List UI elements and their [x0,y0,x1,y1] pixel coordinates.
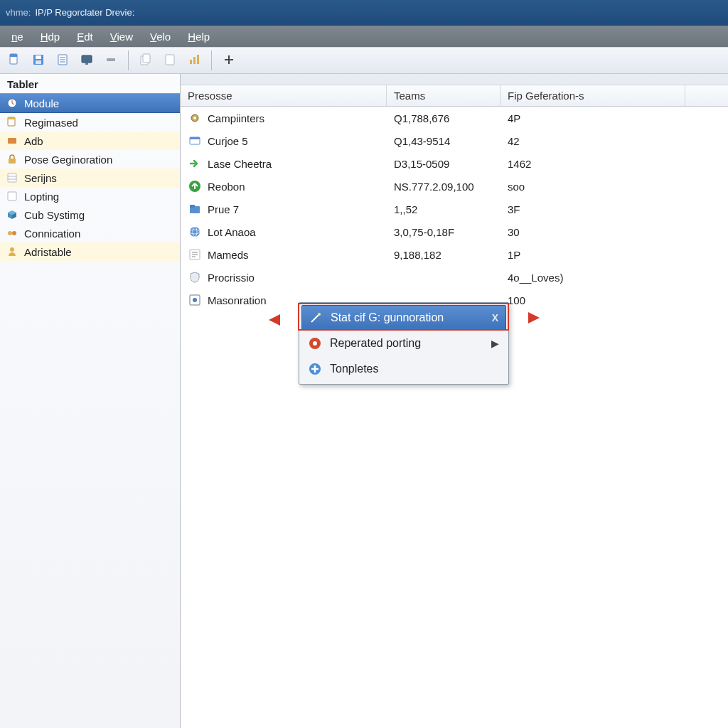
globe-icon [188,225,202,239]
menu-edt[interactable]: Edt [70,29,100,44]
cell-fip: 4o__Loves) [500,272,685,284]
red-circle-icon [307,336,323,351]
cell-presosse: Reobon [208,181,245,193]
sidebar-item-label: Lopting [24,191,59,203]
menu-velo[interactable]: Velo [143,29,178,44]
menu-view[interactable]: View [103,29,140,44]
sidebar-title: Tabler [0,74,180,93]
sidebar-item-pose-geginoration[interactable]: Pose Geginoration [0,150,180,168]
submenu-arrow-icon: ▶ [491,338,499,349]
sidebar-item-module[interactable]: Module [0,93,180,113]
toolbar-separator-2 [211,50,212,70]
sidebar-item-cub-systimg[interactable]: Cub Systimg [0,205,180,224]
cube-icon [6,208,18,221]
tool-page[interactable] [53,50,73,70]
context-item-stat-cif-g[interactable]: Stat cif G: gunnoration X [301,305,506,331]
cell-teams: Q1,43-9514 [387,135,500,147]
cell-fip: 100 [500,294,685,306]
svg-rect-16 [193,57,196,64]
svg-rect-15 [190,60,192,64]
frame-icon [188,293,202,307]
cell-presosse: Curjoe 5 [208,135,248,147]
svg-point-35 [193,117,196,119]
gear-icon [188,111,202,125]
title-prefix: vhme: [6,7,31,18]
table-row[interactable]: Campiinters Q1,788,676 4P [181,107,728,129]
cell-teams: NS.777.2.09,100 [387,181,500,193]
svg-rect-1 [10,54,17,57]
sidebar-item-connication[interactable]: Connication [0,224,180,242]
cell-fip: 3F [500,203,685,215]
menu-help[interactable]: Help [181,29,217,44]
svg-rect-25 [8,138,16,144]
svg-rect-3 [36,55,41,59]
close-icon[interactable]: X [492,312,498,323]
text-icon [188,247,202,262]
folder-icon [188,202,202,216]
sidebar-item-regimased[interactable]: Regimased [0,113,180,132]
tool-page2[interactable] [160,50,180,70]
sheet2-icon [6,190,18,203]
sidebar-item-lopting[interactable]: Lopting [0,187,180,205]
sidebar-item-adristable[interactable]: Adristable [0,242,180,261]
page2-icon [164,53,176,68]
cell-fip: 30 [500,226,685,238]
table-row[interactable]: Prue 7 1,,52 3F [181,198,728,220]
context-item-reperated-porting[interactable]: Reperated porting ▶ [301,331,506,356]
tool-minus[interactable] [101,50,121,70]
cell-fip: 1462 [500,158,685,170]
tool-monitor[interactable] [77,50,97,70]
cell-presosse: Masonration [208,294,267,306]
table-header: Presosse Teams Fip Geferation-s [181,85,728,107]
annotation-arrow-left [269,311,303,328]
table-row[interactable]: Curjoe 5 Q1,43-9514 42 [181,129,728,152]
tool-save[interactable] [28,50,48,70]
sidebar-item-label: Cub Systimg [24,209,85,221]
svg-point-33 [10,247,14,252]
cell-presosse: Campiinters [208,112,264,124]
save-icon [32,53,45,68]
sidebar-item-label: Serijns [24,172,57,184]
context-item-tonpletes[interactable]: Tonpletes [301,356,506,382]
shield-icon [188,270,202,284]
table-row[interactable]: Reobon NS.777.2.09,100 soo [181,175,728,198]
tool-doc[interactable] [4,50,24,70]
cell-fip: soo [500,181,685,193]
cell-presosse: Lot Anaoa [208,226,256,238]
svg-point-53 [313,341,317,346]
cell-teams: D3,15-0509 [387,158,500,170]
sidebar-item-adb[interactable]: Adb [0,132,180,150]
cell-presosse: Procrissio [208,272,255,284]
menu-hdp[interactable]: Hdp [33,29,68,44]
toolbar-separator [128,50,129,70]
svg-point-49 [193,298,197,302]
sidebar-item-serijns[interactable]: Serijns [0,168,180,187]
user-icon [6,245,18,258]
table-row[interactable]: Lase Cheetra D3,15-0509 1462 [181,152,728,175]
tool-copy[interactable] [136,50,156,70]
connect-icon [6,227,18,240]
menu-bar: nnee Hdp Edt View Velo Help [0,26,728,47]
tool-add[interactable] [219,50,239,70]
svg-point-51 [318,313,321,316]
column-header-teams[interactable]: Teams [387,85,500,106]
table-row[interactable]: Lot Anaoa 3,0,75-0,18F 30 [181,220,728,243]
cell-fip: 42 [500,135,685,147]
menu-ne[interactable]: nnee [4,29,31,44]
cell-presosse: Mameds [208,249,249,261]
tool-chart[interactable] [184,50,204,70]
svg-rect-37 [190,137,200,139]
table-row[interactable]: Mameds 9,188,182 1P [181,243,728,266]
cell-teams: 3,0,75-0,18F [387,226,500,238]
cell-teams: 9,188,182 [387,249,500,261]
svg-point-41 [190,227,200,237]
page-icon [6,116,18,129]
column-header-presosse[interactable]: Presosse [181,85,387,106]
arrow-up-icon [188,179,202,193]
table-row[interactable]: Procrissio 4o__Loves) [181,266,728,289]
annotation-arrow-right [505,309,540,326]
cell-presosse: Lase Cheetra [208,158,272,170]
context-item-label: Tonpletes [330,363,379,375]
lock-icon [6,153,18,166]
column-header-fip[interactable]: Fip Geferation-s [500,85,685,106]
